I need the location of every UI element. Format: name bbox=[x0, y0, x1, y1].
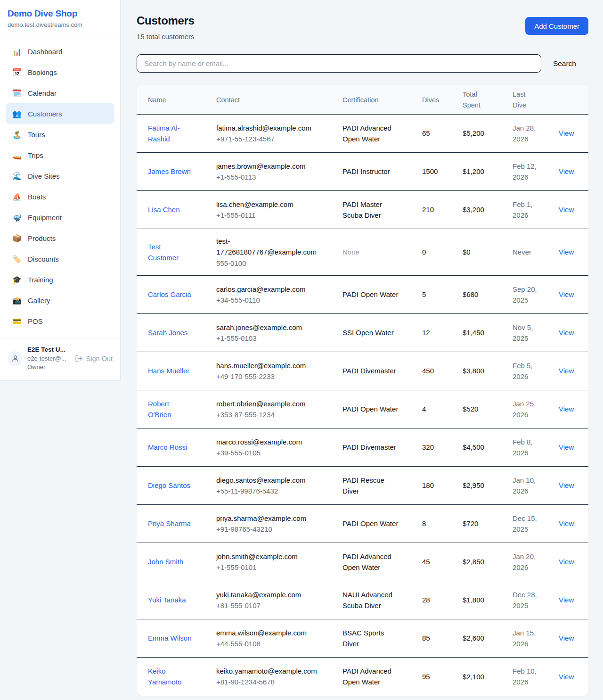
view-customer-link[interactable]: View bbox=[559, 673, 574, 681]
sidebar-item-calendar[interactable]: 🗓️ Calendar bbox=[6, 82, 114, 103]
nav-icon: ⛵ bbox=[12, 192, 22, 201]
customer-dives: 28 bbox=[422, 588, 463, 612]
view-customer-link[interactable]: View bbox=[559, 329, 574, 337]
customer-phone: +1-555-0101 bbox=[216, 562, 335, 573]
search-button[interactable]: Search bbox=[541, 59, 588, 68]
sidebar-item-bookings[interactable]: 📅 Bookings bbox=[6, 62, 114, 82]
customer-last-dive: Jan 10, 2026 bbox=[513, 468, 547, 503]
customer-dives: 1500 bbox=[422, 159, 463, 183]
sidebar-item-products[interactable]: 📦 Products bbox=[6, 228, 114, 248]
customer-phone: 555-0100 bbox=[216, 258, 335, 269]
sidebar-item-trips[interactable]: 🚤 Trips bbox=[6, 145, 114, 165]
view-customer-link[interactable]: View bbox=[559, 248, 574, 256]
customer-dives: 210 bbox=[422, 198, 463, 222]
customer-name-link[interactable]: Priya Sharma bbox=[148, 518, 191, 529]
view-customer-link[interactable]: View bbox=[559, 481, 574, 489]
view-customer-link[interactable]: View bbox=[559, 634, 574, 642]
sidebar-item-training[interactable]: 🎓 Training bbox=[6, 269, 114, 290]
sidebar-item-discounts[interactable]: 🏷️ Discounts bbox=[6, 248, 114, 269]
sidebar-item-dashboard[interactable]: 📊 Dashboard bbox=[6, 41, 114, 62]
view-customer-link[interactable]: View bbox=[559, 558, 574, 566]
table-row: Priya Sharma priya.sharma@example.com +9… bbox=[137, 505, 588, 543]
customer-name-link[interactable]: Lisa Chen bbox=[148, 204, 180, 215]
customer-name-link[interactable]: James Brown bbox=[148, 166, 191, 177]
customer-total-spent: $0 bbox=[463, 240, 513, 264]
customer-dives: 4 bbox=[422, 397, 463, 421]
table-row: Keiko Yamamoto keiko.yamamoto@example.co… bbox=[137, 658, 588, 696]
customer-total-spent: $3,200 bbox=[463, 198, 513, 222]
customer-name-link[interactable]: Fatima Al-Rashid bbox=[148, 123, 193, 145]
sidebar-item-label: Equipment bbox=[28, 214, 62, 222]
customer-name-link[interactable]: John Smith bbox=[148, 556, 183, 567]
nav-icon: 🌊 bbox=[12, 172, 22, 181]
avatar bbox=[8, 351, 23, 366]
sidebar-header: Demo Dive Shop demo.test.divestreams.com bbox=[0, 0, 120, 35]
sidebar-item-boats[interactable]: ⛵ Boats bbox=[6, 186, 114, 207]
customer-name-link[interactable]: Carlos Garcia bbox=[148, 289, 191, 300]
customer-certification: PADI Rescue Diver bbox=[342, 468, 408, 503]
sign-out-icon bbox=[75, 354, 83, 362]
customer-certification: PADI Advanced Open Water bbox=[342, 116, 408, 151]
customer-total-spent: $3,800 bbox=[463, 359, 513, 383]
view-customer-link[interactable]: View bbox=[559, 596, 574, 604]
customer-name-link[interactable]: Marco Rossi bbox=[148, 442, 187, 453]
table-row: Yuki Tanaka yuki.tanaka@example.com +81-… bbox=[137, 581, 588, 619]
nav-icon: 🎓 bbox=[12, 275, 22, 284]
customer-last-dive: Never bbox=[513, 240, 547, 264]
customer-email: carlos.garcia@example.com bbox=[216, 284, 329, 295]
customer-certification: PADI Divemaster bbox=[342, 435, 408, 459]
sidebar-item-label: Dive Sites bbox=[28, 172, 60, 180]
sidebar-item-tours[interactable]: 🏝️ Tours bbox=[6, 124, 114, 145]
shop-domain: demo.test.divestreams.com bbox=[8, 21, 113, 28]
customer-name-link[interactable]: Emma Wilson bbox=[148, 633, 192, 643]
customer-email: marco.rossi@example.com bbox=[216, 436, 329, 447]
customer-total-spent: $1,800 bbox=[463, 588, 513, 612]
sidebar-item-dive-sites[interactable]: 🌊 Dive Sites bbox=[6, 165, 114, 186]
table-row: Test Customer test-1772681807767@example… bbox=[137, 229, 588, 276]
customer-total-spent: $1,450 bbox=[463, 321, 513, 345]
add-customer-button[interactable]: Add Customer bbox=[525, 17, 588, 35]
nav-icon: 🗓️ bbox=[12, 89, 22, 98]
view-customer-link[interactable]: View bbox=[559, 167, 574, 175]
view-customer-link[interactable]: View bbox=[559, 443, 574, 451]
customer-name-link[interactable]: Diego Santos bbox=[148, 480, 190, 491]
column-header-certification: Certification bbox=[342, 96, 422, 104]
nav-icon: 📅 bbox=[12, 68, 22, 77]
nav-icon: 🏝️ bbox=[12, 130, 22, 139]
sidebar-item-pos[interactable]: 💳 POS bbox=[6, 311, 114, 331]
sidebar-item-equipment[interactable]: 🤿 Equipment bbox=[6, 207, 114, 228]
table-row: Lisa Chen lisa.chen@example.com +1-555-0… bbox=[137, 191, 588, 229]
customer-email: lisa.chen@example.com bbox=[216, 199, 329, 210]
customer-phone: +81-555-0107 bbox=[216, 600, 335, 611]
customer-email: priya.sharma@example.com bbox=[216, 513, 329, 524]
customer-last-dive: Feb 8, 2026 bbox=[513, 430, 547, 465]
customer-table: Name Contact Certification Dives Total S… bbox=[137, 85, 588, 696]
table-row: Diego Santos diego.santos@example.com +5… bbox=[137, 467, 588, 505]
customer-name-link[interactable]: Hans Mueller bbox=[148, 365, 189, 376]
view-customer-link[interactable]: View bbox=[559, 519, 574, 527]
view-customer-link[interactable]: View bbox=[559, 129, 574, 137]
view-customer-link[interactable]: View bbox=[559, 405, 574, 413]
customer-dives: 450 bbox=[422, 359, 463, 383]
customer-certification: PADI Advanced Open Water bbox=[342, 659, 408, 694]
user-email: e2e-tester@... bbox=[27, 354, 70, 363]
customer-name-link[interactable]: Test Customer bbox=[148, 241, 193, 264]
sidebar-item-customers[interactable]: 👥 Customers bbox=[6, 103, 114, 124]
customer-certification: PADI Instructor bbox=[342, 159, 408, 183]
customer-certification: None bbox=[342, 240, 408, 264]
sign-out-button[interactable]: Sign Out bbox=[75, 354, 113, 362]
table-row: Hans Mueller hans.mueller@example.com +4… bbox=[137, 352, 588, 390]
customer-name-link[interactable]: Robert O'Brien bbox=[148, 398, 193, 420]
customer-email: emma.wilson@example.com bbox=[216, 627, 329, 638]
sidebar-item-gallery[interactable]: 📸 Gallery bbox=[6, 290, 114, 311]
view-customer-link[interactable]: View bbox=[559, 290, 574, 298]
customer-name-link[interactable]: Yuki Tanaka bbox=[148, 594, 186, 605]
sidebar-nav: 📊 Dashboard 📅 Bookings 🗓️ Calendar 👥 Cus… bbox=[0, 35, 120, 336]
table-row: Emma Wilson emma.wilson@example.com +44-… bbox=[137, 619, 588, 658]
search-input[interactable] bbox=[137, 54, 541, 73]
sidebar-item-label: Training bbox=[28, 276, 53, 284]
customer-name-link[interactable]: Sarah Jones bbox=[148, 327, 187, 338]
view-customer-link[interactable]: View bbox=[559, 367, 574, 375]
view-customer-link[interactable]: View bbox=[559, 206, 574, 214]
customer-name-link[interactable]: Keiko Yamamoto bbox=[148, 666, 193, 688]
